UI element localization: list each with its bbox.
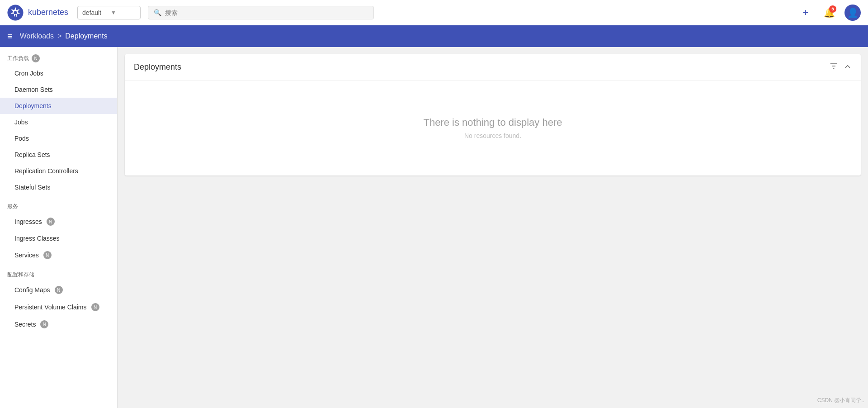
namespace-chevron: ▼ (111, 9, 136, 16)
sidebar-item-persistent-volume-claims[interactable]: Persistent Volume Claims N (0, 299, 117, 316)
content-area: Deployments (118, 47, 868, 408)
sidebar-item-replica-sets[interactable]: Replica Sets (0, 147, 117, 163)
empty-state-title: There is nothing to display here (134, 117, 852, 128)
kubernetes-logo-icon (7, 5, 24, 21)
panel-actions (829, 62, 852, 73)
collapse-icon[interactable] (844, 62, 852, 72)
namespace-selector[interactable]: default ▼ (77, 6, 141, 19)
config-section-header: 配置和存储 (0, 264, 117, 281)
main-layout: 工作负载 N Cron Jobs Daemon Sets Deployments… (0, 47, 868, 408)
panel-title: Deployments (134, 62, 829, 72)
filter-icon[interactable] (829, 62, 838, 73)
sidebar-item-jobs[interactable]: Jobs (0, 114, 117, 130)
sidebar-item-label: Persistent Volume Claims (14, 304, 87, 311)
sidebar-item-replication-controllers[interactable]: Replication Controllers (0, 163, 117, 179)
sidebar-item-pods[interactable]: Pods (0, 130, 117, 147)
config-maps-badge: N (55, 286, 63, 294)
add-icon: + (803, 7, 809, 19)
breadcrumb-bar: ≡ Workloads > Deployments (0, 25, 868, 47)
workloads-section-label: 工作负载 (7, 55, 29, 62)
watermark: CSDN @小肖同学.. (817, 397, 864, 404)
svg-point-2 (14, 11, 17, 14)
config-section-label: 配置和存储 (7, 271, 34, 279)
add-button[interactable]: + (797, 5, 814, 21)
empty-state: There is nothing to display here No reso… (125, 81, 861, 176)
sidebar: 工作负载 N Cron Jobs Daemon Sets Deployments… (0, 47, 118, 408)
ingresses-badge: N (47, 218, 55, 226)
sidebar-item-label: Config Maps (14, 286, 50, 294)
breadcrumb-workloads[interactable]: Workloads (20, 32, 54, 40)
sidebar-item-ingress-classes[interactable]: Ingress Classes (0, 230, 117, 247)
sidebar-item-label: Jobs (14, 119, 28, 126)
panel-header: Deployments (125, 54, 861, 81)
app-name: kubernetes (28, 8, 68, 17)
sidebar-item-ingresses[interactable]: Ingresses N (0, 213, 117, 230)
avatar-icon: 👤 (847, 7, 859, 18)
search-input[interactable] (165, 9, 368, 16)
secrets-badge: N (40, 320, 48, 328)
sidebar-item-stateful-sets[interactable]: Stateful Sets (0, 179, 117, 195)
sidebar-item-label: Stateful Sets (14, 184, 50, 191)
services-badge: N (43, 251, 52, 259)
sidebar-item-label: Ingresses (14, 218, 42, 225)
pvc-badge: N (91, 303, 99, 311)
sidebar-item-label: Cron Jobs (14, 70, 43, 77)
notification-badge: 5 (829, 5, 836, 13)
top-nav: kubernetes default ▼ 🔍 + 🔔 5 👤 (0, 0, 868, 25)
sidebar-item-label: Pods (14, 135, 29, 142)
sidebar-item-secrets[interactable]: Secrets N (0, 316, 117, 333)
sidebar-item-label: Deployments (14, 102, 52, 109)
sidebar-item-label: Secrets (14, 321, 36, 328)
deployments-panel: Deployments (125, 54, 861, 176)
logo-area: kubernetes (7, 5, 68, 21)
services-section-label: 服务 (7, 203, 18, 210)
hamburger-menu[interactable]: ≡ (7, 31, 13, 42)
breadcrumb-current: Deployments (65, 32, 107, 40)
sidebar-item-label: Services (14, 251, 39, 259)
sidebar-item-deployments[interactable]: Deployments (0, 98, 117, 114)
notification-button[interactable]: 🔔 5 (821, 5, 837, 21)
search-bar: 🔍 (148, 6, 374, 19)
breadcrumb-separator: > (57, 32, 61, 40)
sidebar-item-services[interactable]: Services N (0, 247, 117, 264)
sidebar-item-cron-jobs[interactable]: Cron Jobs (0, 65, 117, 81)
workloads-section-header: 工作负载 N (0, 47, 117, 65)
empty-state-subtitle: No resources found. (134, 132, 852, 139)
breadcrumb: Workloads > Deployments (20, 32, 108, 40)
workloads-section-badge: N (32, 54, 40, 62)
sidebar-item-config-maps[interactable]: Config Maps N (0, 281, 117, 299)
sidebar-item-daemon-sets[interactable]: Daemon Sets (0, 81, 117, 98)
sidebar-item-label: Replication Controllers (14, 167, 78, 175)
nav-right: + 🔔 5 👤 (797, 5, 861, 21)
avatar[interactable]: 👤 (844, 5, 861, 21)
services-section-header: 服务 (0, 195, 117, 213)
search-icon: 🔍 (154, 9, 161, 16)
sidebar-item-label: Replica Sets (14, 151, 50, 158)
namespace-value: default (82, 9, 107, 16)
sidebar-item-label: Daemon Sets (14, 86, 53, 93)
sidebar-item-label: Ingress Classes (14, 235, 60, 242)
